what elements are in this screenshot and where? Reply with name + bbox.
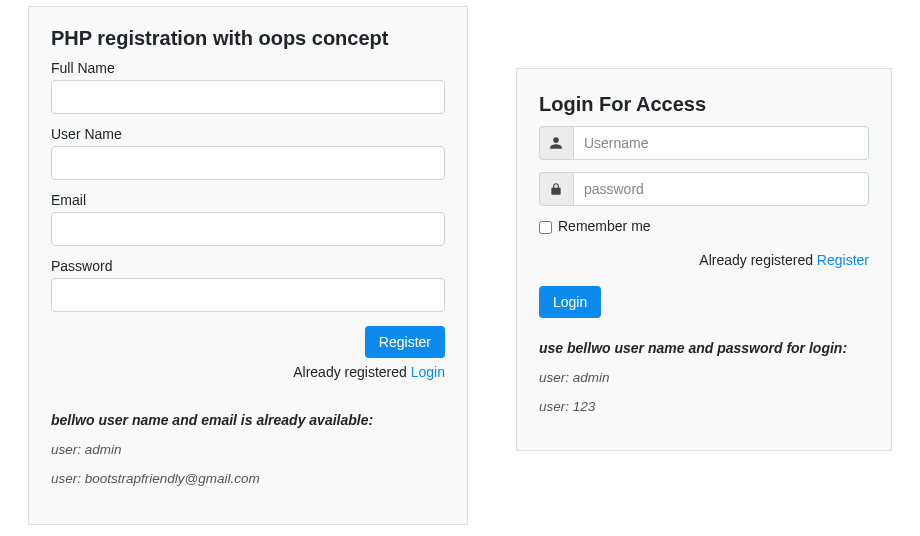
fullname-group: Full Name <box>51 60 445 114</box>
login-info: use bellwo user name and password for lo… <box>539 340 869 414</box>
login-button-row: Login <box>539 286 869 318</box>
already-registered-row: Already registered Login <box>51 364 445 380</box>
fullname-input[interactable] <box>51 80 445 114</box>
login-already-row: Already registered Register <box>539 252 869 268</box>
registration-info-title: bellwo user name and email is already av… <box>51 412 445 428</box>
login-password-group <box>539 172 869 206</box>
email-input[interactable] <box>51 212 445 246</box>
login-info-title: use bellwo user name and password for lo… <box>539 340 869 356</box>
login-link[interactable]: Login <box>411 364 445 380</box>
lock-icon <box>539 172 573 206</box>
login-title: Login For Access <box>539 93 869 116</box>
password-label: Password <box>51 258 445 274</box>
registration-panel: PHP registration with oops concept Full … <box>28 6 468 525</box>
registration-info-user: user: admin <box>51 442 445 457</box>
already-registered-text: Already registered <box>293 364 411 380</box>
register-action-row: Register Already registered Login <box>51 326 445 380</box>
username-input[interactable] <box>51 146 445 180</box>
register-button[interactable]: Register <box>365 326 445 358</box>
remember-label: Remember me <box>558 218 651 234</box>
login-button[interactable]: Login <box>539 286 601 318</box>
username-label: User Name <box>51 126 445 142</box>
login-panel: Login For Access Remember me Already reg… <box>516 68 892 451</box>
registration-title: PHP registration with oops concept <box>51 27 445 50</box>
user-icon <box>539 126 573 160</box>
login-already-text: Already registered <box>699 252 817 268</box>
login-username-group <box>539 126 869 160</box>
register-link[interactable]: Register <box>817 252 869 268</box>
email-group: Email <box>51 192 445 246</box>
login-username-input[interactable] <box>573 126 869 160</box>
password-group: Password <box>51 258 445 312</box>
remember-checkbox[interactable] <box>539 221 552 234</box>
remember-row: Remember me <box>539 218 869 234</box>
fullname-label: Full Name <box>51 60 445 76</box>
registration-info-email: user: bootstrapfriendly@gmail.com <box>51 471 445 486</box>
password-input[interactable] <box>51 278 445 312</box>
registration-info: bellwo user name and email is already av… <box>51 412 445 486</box>
login-info-user: user: admin <box>539 370 869 385</box>
login-password-input[interactable] <box>573 172 869 206</box>
email-label: Email <box>51 192 445 208</box>
login-info-pass: user: 123 <box>539 399 869 414</box>
username-group: User Name <box>51 126 445 180</box>
